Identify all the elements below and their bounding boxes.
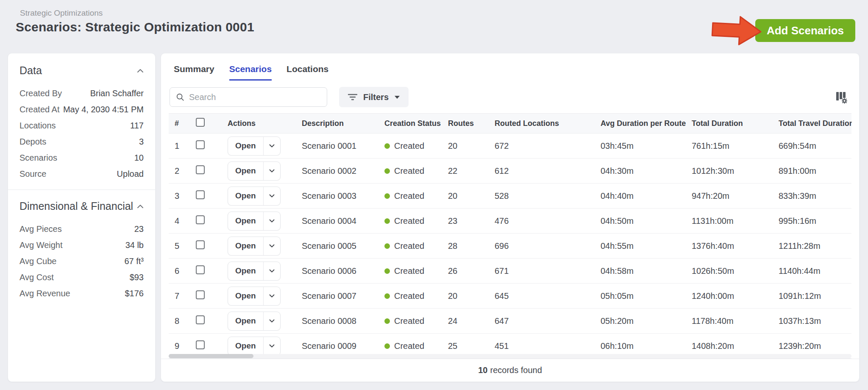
open-dropdown-toggle[interactable] [263, 237, 280, 255]
kv-value: Brian Schaffer [90, 89, 144, 98]
breadcrumb[interactable]: Strategic Optimizations [20, 8, 103, 18]
avg-duration-value: 04h:58m [597, 266, 688, 276]
row-checkbox[interactable] [196, 165, 205, 174]
horizontal-scrollbar [169, 354, 851, 358]
open-split-button[interactable]: Open [228, 262, 281, 281]
status-dot-icon [384, 268, 390, 274]
open-split-button[interactable]: Open [228, 212, 281, 231]
chevron-down-icon [394, 95, 400, 99]
table-row: 7 Open Scenario 0007 Created 20 645 05h:… [169, 284, 851, 309]
scenario-description: Scenario 0003 [298, 191, 381, 201]
sidebar-divider [8, 189, 155, 190]
avg-duration-value: 04h:55m [597, 241, 688, 251]
column-header-total-travel-duration: Total Travel Duration [775, 119, 852, 128]
total-duration-value: 1131h:00m [688, 216, 775, 226]
open-split-button[interactable]: Open [228, 187, 281, 206]
open-dropdown-toggle[interactable] [263, 262, 280, 280]
kv-value: 23 [134, 224, 144, 234]
total-travel-duration-value: 1037h:13m [775, 316, 852, 326]
scrollbar-thumb[interactable] [169, 354, 253, 358]
column-header-description: Description [298, 119, 381, 128]
chevron-up-icon[interactable] [137, 69, 144, 73]
scenario-description: Scenario 0008 [298, 316, 381, 326]
total-duration-value: 947h:20m [688, 191, 775, 201]
row-checkbox[interactable] [196, 290, 205, 299]
open-split-button[interactable]: Open [228, 136, 281, 156]
tab-scenarios[interactable]: Scenarios [229, 64, 272, 81]
open-button[interactable]: Open [228, 312, 263, 330]
open-split-button[interactable]: Open [228, 312, 281, 331]
search-box[interactable] [170, 87, 327, 107]
total-travel-duration-value: 669h:54m [775, 141, 852, 151]
chevron-down-icon [269, 319, 275, 323]
chevron-up-icon[interactable] [137, 204, 144, 209]
open-dropdown-toggle[interactable] [263, 337, 280, 355]
status-dot-icon [384, 218, 390, 224]
creation-status: Created [381, 241, 445, 251]
row-number: 2 [169, 166, 192, 176]
open-button[interactable]: Open [228, 237, 263, 255]
open-split-button[interactable]: Open [228, 237, 281, 256]
column-header-total-duration: Total Duration [688, 119, 775, 128]
chevron-down-icon [269, 219, 275, 223]
creation-status: Created [381, 216, 445, 226]
routed-locations-value: 476 [491, 216, 597, 226]
status-label: Created [394, 141, 424, 151]
open-button[interactable]: Open [228, 187, 263, 205]
creation-status: Created [381, 316, 445, 326]
row-checkbox[interactable] [196, 340, 205, 349]
routed-locations-value: 672 [491, 141, 597, 151]
total-travel-duration-value: 1091h:12m [775, 291, 852, 301]
open-split-button[interactable]: Open [228, 287, 281, 306]
status-label: Created [394, 266, 424, 276]
total-travel-duration-value: 995h:16m [775, 216, 852, 226]
tab-locations[interactable]: Locations [287, 64, 328, 81]
open-button[interactable]: Open [228, 212, 263, 230]
sidebar-section-data-header[interactable]: Data [19, 64, 144, 77]
sidebar-kv-row: Avg Revenue $176 [19, 285, 144, 301]
column-header-routes: Routes [445, 119, 491, 128]
search-input[interactable] [189, 92, 321, 102]
header-actions: Add Scenarios [711, 14, 855, 47]
table-row: 6 Open Scenario 0006 Created 26 671 04h:… [169, 259, 851, 284]
kv-value: 117 [130, 121, 144, 131]
avg-duration-value: 04h:30m [597, 166, 688, 176]
columns-gear-icon [835, 90, 848, 104]
open-dropdown-toggle[interactable] [263, 162, 280, 180]
row-checkbox[interactable] [196, 240, 205, 249]
open-button[interactable]: Open [228, 162, 263, 180]
open-button[interactable]: Open [228, 287, 263, 305]
select-all-checkbox[interactable] [196, 118, 205, 127]
add-scenarios-button[interactable]: Add Scenarios [755, 19, 855, 42]
row-checkbox[interactable] [196, 215, 205, 224]
routed-locations-value: 696 [491, 241, 597, 251]
open-split-button[interactable]: Open [228, 337, 281, 356]
row-number: 9 [169, 341, 192, 351]
row-number: 8 [169, 316, 192, 326]
column-settings-button[interactable] [833, 89, 850, 106]
open-dropdown-toggle[interactable] [263, 137, 280, 155]
sidebar-section-dimensional-header[interactable]: Dimensional & Financial [19, 200, 144, 212]
row-checkbox[interactable] [196, 315, 205, 324]
table-row: 8 Open Scenario 0008 Created 24 647 05h:… [169, 309, 851, 334]
row-checkbox[interactable] [196, 265, 205, 274]
open-dropdown-toggle[interactable] [263, 312, 280, 330]
table-toolbar: Filters [170, 87, 850, 107]
status-label: Created [394, 191, 424, 201]
open-split-button[interactable]: Open [228, 162, 281, 181]
kv-label: Locations [19, 121, 56, 131]
open-dropdown-toggle[interactable] [263, 187, 280, 205]
row-checkbox[interactable] [196, 190, 205, 199]
row-number: 6 [169, 266, 192, 276]
open-button[interactable]: Open [228, 337, 263, 355]
status-label: Created [394, 241, 424, 251]
filter-lines-icon [348, 93, 358, 101]
open-dropdown-toggle[interactable] [263, 212, 280, 230]
filters-button[interactable]: Filters [339, 87, 409, 107]
open-button[interactable]: Open [228, 262, 263, 280]
tab-summary[interactable]: Summary [174, 64, 214, 81]
row-checkbox[interactable] [196, 140, 205, 149]
open-dropdown-toggle[interactable] [263, 287, 280, 305]
open-button[interactable]: Open [228, 137, 263, 155]
kv-label: Source [19, 169, 46, 179]
